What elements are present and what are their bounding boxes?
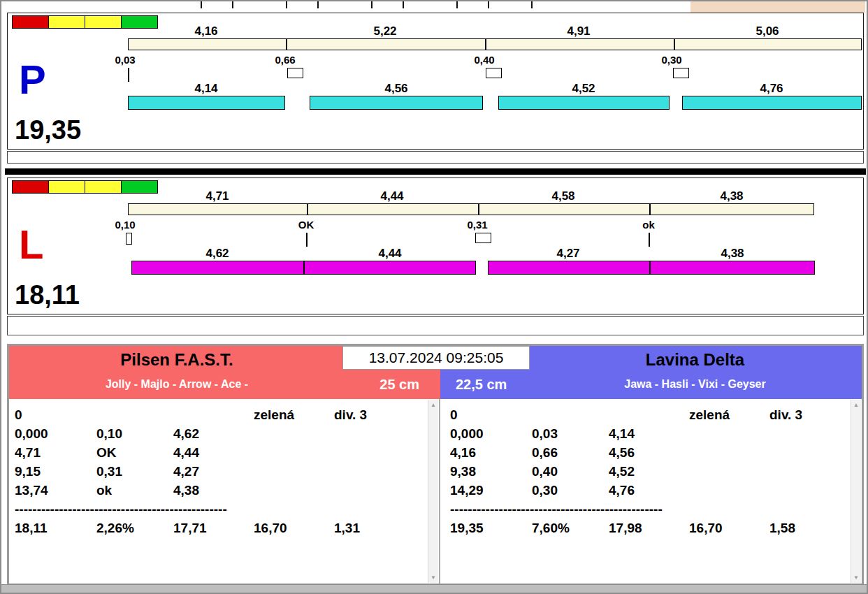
start-light-yellow-2 bbox=[85, 15, 122, 29]
background-window-tick bbox=[201, 1, 202, 8]
leg-time: 4,52 bbox=[609, 464, 689, 479]
scroll-up-icon[interactable]: ▲ bbox=[431, 400, 436, 410]
separator-line: ----------------------------------------… bbox=[450, 502, 848, 517]
scrollbar[interactable]: ▲ ▼ bbox=[851, 400, 861, 583]
status-strip bbox=[7, 316, 864, 335]
scroll-up-icon[interactable]: ▲ bbox=[853, 400, 859, 410]
summary-value: 16,70 bbox=[254, 521, 334, 536]
status-strip bbox=[7, 151, 864, 164]
leg-time-label: 5,06 bbox=[736, 24, 799, 38]
bar-divider bbox=[649, 261, 651, 275]
dog-leg-bar bbox=[498, 96, 670, 110]
crossing-delta-label: 0,30 bbox=[644, 54, 700, 66]
start-lights-l bbox=[12, 180, 157, 194]
lane-divider bbox=[5, 168, 866, 175]
bar-divider bbox=[307, 203, 308, 215]
division-label: div. 3 bbox=[334, 407, 425, 423]
crossing-delta-label: 0,03 bbox=[97, 54, 153, 66]
background-window-tick bbox=[371, 1, 372, 8]
leg-time: 4,14 bbox=[609, 426, 689, 442]
total-time: 18,11 bbox=[15, 521, 96, 536]
split-checkbox[interactable] bbox=[673, 68, 689, 78]
race-progress-bar bbox=[128, 38, 862, 50]
leg-time-label: 4,38 bbox=[701, 247, 764, 261]
scroll-down-icon[interactable]: ▼ bbox=[853, 572, 859, 583]
result-row: 9,38 0,40 4,52 bbox=[450, 462, 848, 481]
result-row: 4,71 OK 4,44 bbox=[15, 443, 425, 462]
team-lineup-left: Jolly - Majlo - Arrow - Ace - bbox=[9, 375, 345, 396]
summary-value: 1,58 bbox=[769, 521, 848, 536]
bar-divider bbox=[485, 38, 486, 50]
card-color: zelená bbox=[689, 407, 769, 423]
leg-time-label: 4,16 bbox=[175, 24, 238, 38]
split-checkbox[interactable] bbox=[486, 68, 502, 78]
bar-divider bbox=[303, 261, 305, 275]
summary-value: 17,98 bbox=[609, 521, 689, 536]
summary-value: 16,70 bbox=[689, 521, 769, 536]
crossing-delta: OK bbox=[96, 445, 173, 461]
leg-time-label: 5,22 bbox=[354, 24, 417, 38]
start-light-green bbox=[121, 15, 158, 29]
window-bottom-edge bbox=[1, 584, 867, 593]
crossing-delta: 0,10 bbox=[96, 426, 173, 442]
leg-time: 4,62 bbox=[173, 426, 254, 442]
bar-divider bbox=[478, 203, 479, 215]
crossing-delta: 0,66 bbox=[532, 445, 609, 461]
cumulative-time: 14,29 bbox=[450, 483, 532, 498]
race-progress-bar bbox=[128, 203, 814, 215]
start-light-red bbox=[12, 15, 49, 29]
split-checkbox[interactable] bbox=[475, 233, 491, 243]
cumulative-time: 4,71 bbox=[15, 445, 96, 461]
background-window-fragment bbox=[690, 1, 865, 13]
split-marker-box[interactable] bbox=[126, 233, 132, 245]
split-checkbox[interactable] bbox=[287, 68, 303, 78]
start-light-yellow-1 bbox=[48, 180, 85, 194]
leg-time: 4,76 bbox=[609, 483, 689, 498]
total-time: 19,35 bbox=[450, 521, 532, 536]
division-label: div. 3 bbox=[769, 407, 848, 423]
crossing-delta-label: 0,66 bbox=[257, 54, 313, 66]
bar-divider bbox=[649, 203, 651, 215]
timing-app-window: 4,16 5,22 4,91 5,06 0,03 0,66 0,40 0,30 … bbox=[0, 0, 868, 594]
result-status-row: 0 zelená div. 3 bbox=[15, 405, 425, 424]
leg-time-label: 4,76 bbox=[740, 82, 803, 96]
crossing-delta: 0,40 bbox=[532, 464, 609, 479]
team-name-right: Lavina Delta bbox=[528, 349, 862, 372]
summary-row: 18,11 2,26% 17,71 16,70 1,31 bbox=[15, 519, 425, 537]
leg-time-label: 4,56 bbox=[365, 82, 428, 96]
leg-time: 4,38 bbox=[173, 483, 254, 498]
dog-leg-bar bbox=[310, 96, 483, 110]
scrollbar[interactable]: ▲ ▼ bbox=[428, 400, 438, 583]
results-section: Pilsen F.A.S.T. Jolly - Majlo - Arrow - … bbox=[7, 344, 864, 586]
start-lights-p bbox=[12, 15, 157, 29]
separator-row: ----------------------------------------… bbox=[15, 500, 425, 519]
cumulative-time: 4,16 bbox=[450, 445, 532, 461]
background-window-tick bbox=[232, 1, 233, 8]
dog-leg-bar bbox=[682, 96, 862, 110]
crossing-delta-label: 0,40 bbox=[456, 54, 512, 66]
cumulative-time: 13,74 bbox=[15, 483, 96, 498]
result-row: 0,000 0,10 4,62 bbox=[15, 424, 425, 443]
card-color: zelená bbox=[254, 407, 334, 423]
start-light-red bbox=[12, 180, 49, 194]
background-window-tick bbox=[531, 1, 533, 8]
titlebar-strip bbox=[1, 1, 867, 13]
result-row: 4,16 0,66 4,56 bbox=[450, 443, 848, 462]
team-lineup-right: Jawa - Hasli - Vixi - Geyser bbox=[528, 375, 862, 396]
leg-time: 4,56 bbox=[609, 445, 689, 461]
jump-height-right: 22,5 cm bbox=[456, 375, 507, 393]
scroll-down-icon[interactable]: ▼ bbox=[431, 572, 436, 583]
bar-divider bbox=[674, 38, 675, 50]
bar-divider bbox=[286, 38, 287, 50]
summary-row: 19,35 7,60% 17,98 16,70 1,58 bbox=[450, 519, 848, 537]
start-light-yellow-1 bbox=[48, 15, 85, 29]
leg-time-label: 4,71 bbox=[186, 189, 249, 203]
leg-time-label: 4,52 bbox=[552, 82, 615, 96]
separator-row: ----------------------------------------… bbox=[450, 500, 848, 519]
background-window-tick bbox=[403, 1, 404, 8]
leg-time: 4,44 bbox=[173, 445, 254, 461]
result-row: 14,29 0,30 4,76 bbox=[450, 481, 848, 500]
crossing-delta-label: 0,31 bbox=[449, 219, 505, 231]
crossing-delta: ok bbox=[96, 483, 173, 498]
dog-leg-bar bbox=[488, 261, 815, 275]
